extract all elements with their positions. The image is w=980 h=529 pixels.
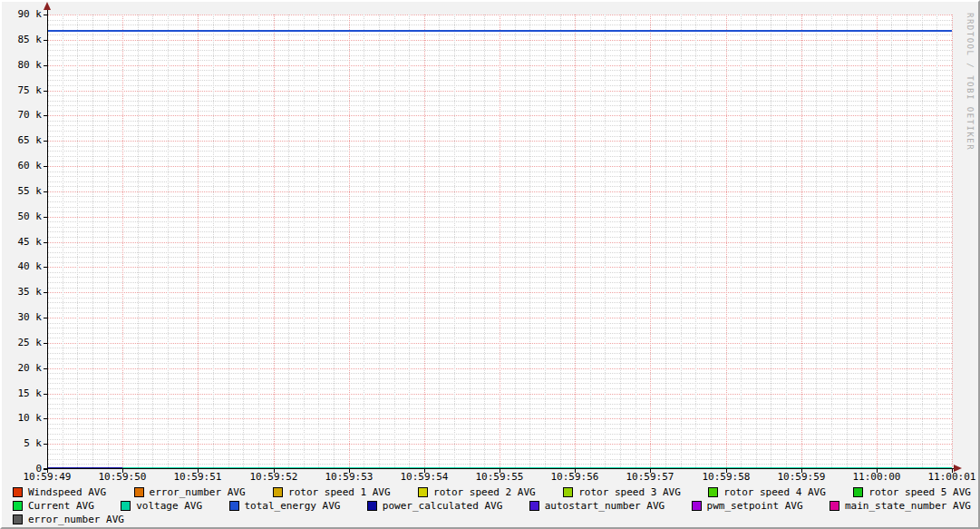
- legend-item: rotor speed 2 AVG: [418, 486, 536, 498]
- gridline-minor: [711, 15, 712, 469]
- y-axis-label: 50 k: [2, 211, 42, 222]
- gridline-minor: [786, 15, 787, 469]
- gridline-minor: [847, 15, 848, 469]
- y-axis-label: 80 k: [2, 59, 42, 71]
- gridline-major: [650, 15, 651, 469]
- legend-item-label: rotor speed 3 AVG: [578, 486, 681, 498]
- gridline-minor: [92, 15, 93, 469]
- series-line-total_energy: [500, 30, 575, 32]
- gridline-minor: [108, 15, 109, 469]
- gridline-minor: [183, 15, 184, 469]
- gridline-minor: [63, 15, 63, 469]
- gridline-minor: [152, 15, 153, 469]
- gridline-major: [424, 15, 425, 469]
- gridline-minor: [213, 15, 214, 469]
- legend-color-swatch-icon: [529, 501, 539, 511]
- y-axis-label: 10 k: [2, 412, 42, 424]
- legend-item: rotor speed 4 AVG: [708, 486, 826, 498]
- legend-item: Windspeed AVG: [13, 486, 106, 498]
- legend-item-label: rotor speed 2 AVG: [433, 486, 536, 498]
- y-axis-tick: [44, 444, 47, 445]
- series-line-total_energy: [198, 30, 274, 32]
- x-axis-tick: [122, 469, 123, 473]
- y-axis-line: [47, 9, 48, 469]
- gridline-minor: [364, 15, 364, 469]
- legend-item: error_number AVG: [13, 514, 124, 525]
- gridline-minor: [77, 15, 78, 469]
- x-axis-tick: [726, 469, 727, 473]
- legend-item-label: total_energy AVG: [245, 500, 341, 512]
- legend-color-swatch-icon: [121, 501, 131, 511]
- legend-item: voltage AVG: [121, 500, 202, 512]
- gridline-major: [575, 15, 576, 469]
- gridline-minor: [831, 15, 832, 469]
- plot-area: [47, 15, 952, 469]
- y-axis-label: 85 k: [2, 34, 42, 45]
- x-axis-tick: [877, 469, 878, 473]
- gridline-major: [952, 15, 953, 469]
- legend-item: error_number AVG: [134, 486, 246, 498]
- series-line-total_energy: [877, 30, 952, 32]
- series-line-total_energy: [801, 30, 877, 32]
- legend-color-swatch-icon: [229, 501, 239, 511]
- gridline-minor: [922, 15, 923, 469]
- series-line-total_energy: [650, 30, 726, 32]
- legend-item: main_state_number AVG: [830, 500, 971, 512]
- gridline-minor: [861, 15, 862, 469]
- series-line-total_energy: [726, 30, 801, 32]
- legend-color-swatch-icon: [13, 487, 23, 497]
- gridline-minor: [228, 15, 229, 469]
- gridline-major: [349, 15, 350, 469]
- gridline-minor: [936, 15, 937, 469]
- legend: Windspeed AVGerror_number AVGrotor speed…: [13, 485, 971, 526]
- y-axis-label: 20 k: [2, 362, 42, 374]
- series-line-total_energy: [575, 30, 650, 32]
- y-axis-label: 30 k: [2, 311, 42, 323]
- gridline-major: [198, 15, 199, 469]
- y-axis-tick: [44, 191, 47, 192]
- gridline-major: [726, 15, 727, 469]
- legend-item-label: voltage AVG: [136, 500, 202, 512]
- gridline-minor: [891, 15, 892, 469]
- x-axis-tick: [198, 469, 199, 473]
- series-line-total_energy: [122, 30, 198, 32]
- gridline-minor: [394, 15, 395, 469]
- x-axis-tick: [952, 469, 953, 473]
- rrdtool-graph: 05 k10 k15 k20 k25 k30 k35 k40 k45 k50 k…: [0, 0, 980, 529]
- legend-color-swatch-icon: [13, 514, 23, 524]
- y-axis-label: 35 k: [2, 286, 42, 298]
- legend-item-label: pwm_setpoint AVG: [707, 500, 803, 512]
- gridline-minor: [741, 15, 742, 469]
- y-axis-tick: [44, 141, 47, 142]
- legend-item: rotor speed 5 AVG: [853, 486, 971, 498]
- gridline-minor: [484, 15, 485, 469]
- gridline-major: [500, 15, 500, 469]
- y-axis-label: 70 k: [2, 109, 42, 121]
- gridline-minor: [605, 15, 606, 469]
- x-axis-tick: [801, 469, 802, 473]
- y-axis-label: 45 k: [2, 236, 42, 248]
- legend-color-swatch-icon: [708, 487, 718, 497]
- y-axis-tick: [44, 292, 47, 293]
- gridline-minor: [318, 15, 319, 469]
- legend-item: pwm_setpoint AVG: [692, 500, 803, 512]
- x-axis-tick: [575, 469, 576, 473]
- legend-item: total_energy AVG: [229, 500, 341, 512]
- gridline-minor: [681, 15, 682, 469]
- gridline-minor: [454, 15, 455, 469]
- y-axis-tick: [44, 40, 47, 41]
- gridline-minor: [665, 15, 666, 469]
- legend-color-swatch-icon: [134, 487, 144, 497]
- gridline-major: [122, 15, 123, 469]
- gridline-minor: [756, 15, 757, 469]
- y-axis-tick: [44, 242, 47, 243]
- legend-color-swatch-icon: [367, 501, 377, 511]
- watermark: RRDTOOL / TOBI OETIKER: [965, 13, 975, 151]
- x-axis-tick: [47, 469, 48, 473]
- gridline-minor: [243, 15, 244, 469]
- x-axis-tick: [650, 469, 651, 473]
- legend-color-swatch-icon: [692, 501, 702, 511]
- legend-color-swatch-icon: [418, 487, 428, 497]
- x-axis-tick: [500, 469, 500, 473]
- legend-item-label: rotor speed 4 AVG: [723, 486, 826, 498]
